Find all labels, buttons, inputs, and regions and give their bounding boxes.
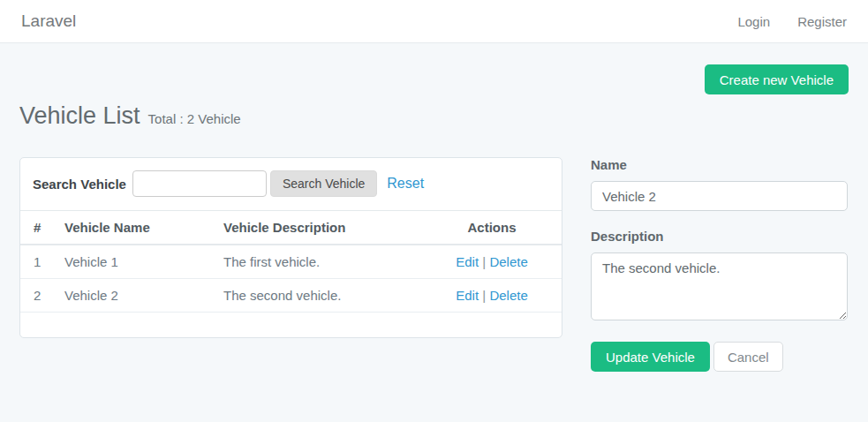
page-content: Create new Vehicle Vehicle List Total : …	[0, 64, 868, 372]
total-count-label: Total : 2 Vehicle	[148, 111, 241, 126]
update-vehicle-button[interactable]: Update Vehicle	[591, 342, 710, 372]
header-name: Vehicle Name	[56, 211, 215, 245]
row-name: Vehicle 1	[56, 245, 215, 279]
action-separator: |	[482, 288, 486, 303]
login-link[interactable]: Login	[737, 14, 770, 29]
action-separator: |	[482, 254, 486, 269]
delete-link[interactable]: Delete	[489, 288, 527, 303]
row-description: The second vehicle.	[215, 279, 422, 313]
row-num: 1	[20, 245, 56, 279]
brand-link[interactable]: Laravel	[21, 11, 76, 31]
edit-vehicle-form: Name Description The second vehicle. Upd…	[591, 157, 848, 372]
row-num: 2	[20, 279, 56, 313]
search-button[interactable]: Search Vehicle	[270, 170, 377, 197]
description-label: Description	[591, 229, 848, 244]
header-description: Vehicle Description	[215, 211, 422, 245]
row-description: The first vehicle.	[215, 245, 422, 279]
cancel-button[interactable]: Cancel	[713, 342, 783, 372]
search-input[interactable]	[132, 170, 267, 197]
create-row: Create new Vehicle	[19, 64, 849, 94]
header-num: #	[20, 211, 56, 245]
page-title: Vehicle List	[19, 102, 140, 130]
row-actions: Edit | Delete	[422, 245, 562, 279]
header-actions: Actions	[422, 211, 562, 245]
search-label: Search Vehicle	[33, 177, 126, 192]
table-row: 2 Vehicle 2 The second vehicle. Edit | D…	[20, 279, 562, 313]
name-label: Name	[591, 157, 848, 172]
page-heading: Vehicle List Total : 2 Vehicle	[19, 102, 849, 130]
register-link[interactable]: Register	[797, 14, 847, 29]
reset-link[interactable]: Reset	[387, 176, 424, 192]
row-actions: Edit | Delete	[422, 279, 562, 313]
name-input[interactable]	[591, 181, 848, 211]
delete-link[interactable]: Delete	[489, 254, 527, 269]
table-row: 1 Vehicle 1 The first vehicle. Edit | De…	[20, 245, 562, 279]
description-textarea[interactable]: The second vehicle.	[591, 252, 848, 320]
form-buttons: Update Vehicle Cancel	[591, 342, 848, 372]
navbar: Laravel Login Register	[0, 0, 868, 43]
description-field-group: Description The second vehicle.	[591, 229, 848, 324]
navbar-links: Login Register	[737, 14, 847, 29]
name-field-group: Name	[591, 157, 848, 211]
main-columns: Search Vehicle Search Vehicle Reset # Ve…	[19, 157, 849, 372]
edit-link[interactable]: Edit	[456, 288, 479, 303]
vehicle-table: # Vehicle Name Vehicle Description Actio…	[20, 210, 562, 313]
create-vehicle-button[interactable]: Create new Vehicle	[705, 64, 849, 94]
search-row: Search Vehicle Search Vehicle Reset	[20, 158, 562, 210]
row-name: Vehicle 2	[56, 279, 215, 313]
vehicle-list-panel: Search Vehicle Search Vehicle Reset # Ve…	[19, 157, 562, 338]
edit-link[interactable]: Edit	[456, 254, 479, 269]
table-header-row: # Vehicle Name Vehicle Description Actio…	[20, 211, 562, 245]
